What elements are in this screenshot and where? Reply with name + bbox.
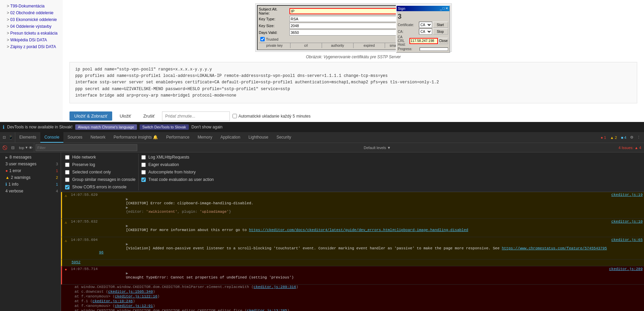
sign-ca-select[interactable]: CA (419, 28, 432, 35)
cs-info-count: 1 (55, 182, 59, 186)
info-badge: ■ 4 (620, 135, 628, 140)
switch-devtools-slovak-button[interactable]: Switch DevTools to Slovak (140, 124, 189, 130)
filter-icon[interactable]: ⊟ (9, 144, 16, 151)
dont-show-again-link[interactable]: Don't show again (192, 125, 223, 129)
cert-crl-cell: crl (290, 43, 322, 48)
autosave-checkbox[interactable] (233, 114, 237, 118)
stack-link-5[interactable]: ckeditor.js:12:91 (115, 304, 153, 308)
sign-cert-select[interactable]: CA (419, 22, 432, 28)
inspect-icon[interactable]: ⊡ (1, 135, 7, 140)
sign-dialog-minimize[interactable]: _ (440, 6, 442, 11)
sign-dialog-title-text: Sign (398, 6, 405, 11)
sign-ca-label: CA: (398, 30, 418, 34)
trusted-label: Trusted (266, 37, 279, 41)
sidebar-item-zapisy[interactable]: Zápisy z porád DSi DATA (0, 43, 63, 50)
eager-eval-checkbox[interactable] (141, 163, 146, 167)
tab-performance[interactable]: Performance (162, 132, 194, 143)
tab-lighthouse[interactable]: Lighthouse (244, 132, 273, 143)
chromestatus-link-2[interactable]: 5952 (72, 260, 80, 264)
sign-stop-button[interactable]: Stop (433, 28, 448, 35)
sidebar-item-03[interactable]: 03 Ekonomické oddelenie (0, 16, 63, 23)
console-toolbar: 🚫 ⊟ top ▼ 👁 Default levels ▼ 4 Issues: ▲… (0, 143, 644, 152)
sidebar-item-presun[interactable]: Presun ticketu a eskalácia (0, 30, 63, 37)
action-bar: Uložiť & Zobraziť Uložiť Zrušiť Automati… (69, 109, 637, 122)
log-entry-warning-2: ⚠ 14:07:55.632 ▶ [CKEDITOR] For more inf… (61, 219, 644, 237)
autosave-frequency: každý (281, 114, 291, 119)
cs-warnings[interactable]: ▲ 2 warnings 2 (0, 174, 61, 181)
devtools-tab-icons: ⊡ 📱 (0, 132, 15, 143)
sidebar-item-04[interactable]: 04 Oddelenie výstavby (0, 23, 63, 30)
clear-console-icon[interactable]: 🚫 (1, 144, 8, 151)
save-display-button[interactable]: Uložiť & Zobraziť (69, 111, 112, 121)
treat-code-checkbox[interactable] (141, 178, 146, 182)
hide-network-checkbox[interactable] (65, 155, 69, 160)
device-icon[interactable]: 📱 (8, 135, 14, 140)
days-valid-label: Days Valid: (259, 30, 289, 35)
stack-link-4[interactable]: ckeditor.js:10:246 (93, 299, 133, 303)
warning-icon-1: ⚠ (65, 193, 69, 198)
sign-progress-label: Progress: (398, 47, 418, 51)
log-xhr-checkbox[interactable] (141, 155, 146, 160)
expand-error[interactable]: ▶ (126, 271, 128, 275)
save-button[interactable]: Uložiť (115, 111, 136, 121)
log-time-3: 14:07:55.694 (71, 238, 98, 242)
selected-context-checkbox[interactable] (65, 170, 69, 174)
tab-memory[interactable]: Memory (194, 132, 216, 143)
cs-error-icon: ● (5, 168, 8, 173)
more-icon[interactable]: ⋮ (636, 135, 641, 140)
stack-link-3[interactable]: ckeditor.js:1122:16 (115, 294, 157, 298)
context-dropdown-icon[interactable]: ▼ (25, 146, 28, 149)
stack-link-1[interactable]: ckeditor.js:289:316 (254, 285, 296, 289)
cs-warning-icon: ▲ (5, 175, 9, 180)
sidebar-item-02[interactable]: 02 Obchodné oddelenie (0, 9, 63, 16)
cs-errors[interactable]: ● 1 error 1 (0, 167, 61, 174)
sign-dialog-close[interactable]: ✕ (445, 6, 448, 11)
cs-error-label: 1 error (9, 168, 21, 173)
cs-info[interactable]: ℹ 1 info 1 (0, 181, 61, 188)
sign-dialog-maximize[interactable]: □ (442, 6, 444, 11)
preserve-log-row: Preserve log (65, 161, 136, 168)
cs-verbose[interactable]: 4 verbose 4 (0, 188, 61, 194)
tab-elements[interactable]: Elements (15, 132, 40, 143)
show-cors-checkbox[interactable] (65, 185, 69, 189)
always-match-language-button[interactable]: Always match Chrome's language (75, 124, 137, 130)
hide-network-label: Hide network (72, 155, 96, 160)
group-similar-checkbox[interactable] (65, 178, 69, 182)
tab-network[interactable]: Network (86, 132, 109, 143)
trusted-checkbox[interactable] (260, 37, 265, 41)
devtools-tab-right: ● 1 ▲ 2 ■ 4 ⚙ ⋮ (597, 135, 644, 140)
expand-icon-1[interactable]: ▶ (126, 197, 128, 201)
summary-input[interactable] (162, 111, 230, 121)
console-filter-input[interactable] (36, 144, 137, 151)
tab-sources[interactable]: Sources (63, 132, 86, 143)
cs-all-messages[interactable]: ▶ 8 messages (0, 154, 61, 161)
sidebar-item-wiki[interactable]: Wikipédia DSi DATA (0, 37, 63, 43)
expand-extra-1[interactable]: ▶ (126, 206, 128, 210)
log-xhr-label: Log XMLHttpRequests (148, 155, 189, 160)
expand-icon-2[interactable]: ▶ (126, 224, 128, 228)
tab-console[interactable]: Console (40, 132, 63, 143)
eye-icon[interactable]: 👁 (29, 146, 33, 150)
settings-icon[interactable]: ⚙ (629, 135, 635, 140)
cs-warning-count: 2 (55, 175, 59, 180)
chromestatus-link[interactable]: https://www.chromestatus.com/feature/574… (99, 246, 607, 254)
cancel-button[interactable]: Zrušiť (139, 111, 160, 121)
log-source-2: ckeditor.js:10 (611, 220, 643, 224)
tab-security[interactable]: Security (273, 132, 295, 143)
warning-icon-2: ⚠ (65, 220, 69, 225)
stack-link-2[interactable]: ckeditor.js:1505:340 (108, 290, 153, 294)
default-levels-dropdown[interactable]: Default levels ▼ (361, 146, 394, 150)
sidebar-item-t99[interactable]: T99-Dokumentácia (0, 3, 63, 9)
ckeditor-error-link[interactable]: https://ckeditor.com/docs/ckeditor4/late… (249, 228, 468, 232)
autocomplete-checkbox[interactable] (141, 170, 146, 174)
cs-user-messages[interactable]: 3 user messages 3 (0, 161, 61, 167)
tab-application[interactable]: Application (216, 132, 244, 143)
stack-link-6[interactable]: ckeditor.js:13:285 (247, 309, 287, 311)
sign-start-button[interactable]: Start (433, 22, 448, 28)
sign-crl-host-input[interactable] (409, 38, 438, 44)
sign-close-button[interactable]: Close (439, 38, 448, 44)
issues-count-label[interactable]: 4 Issues: ▲ 4 (617, 146, 643, 150)
expand-icon-3[interactable]: ▶ (126, 242, 128, 246)
tab-performance-insights[interactable]: Performance insights 🔔 (109, 132, 162, 143)
preserve-log-checkbox[interactable] (65, 163, 69, 167)
